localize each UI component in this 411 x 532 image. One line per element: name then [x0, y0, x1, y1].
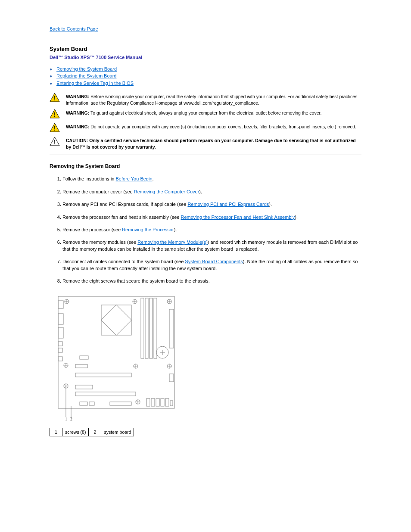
- part-label: system board: [101, 428, 134, 436]
- alert-text: CAUTION: Only a certified service techni…: [66, 137, 361, 150]
- svg-rect-35: [169, 309, 174, 348]
- svg-rect-42: [156, 398, 159, 406]
- svg-rect-40: [146, 398, 150, 406]
- page-title: System Board: [50, 45, 361, 53]
- svg-rect-29: [58, 301, 63, 308]
- svg-text:!: !: [54, 139, 56, 146]
- svg-rect-44: [165, 398, 169, 406]
- svg-rect-20: [145, 298, 148, 358]
- step-item: Remove any PCI and PCI Express cards, if…: [62, 201, 361, 208]
- part-index: 1: [50, 428, 62, 436]
- step-link[interactable]: Removing the Processor Fan and Heat Sink…: [181, 215, 295, 220]
- back-link[interactable]: Back to Contents Page: [50, 26, 361, 32]
- step-item: Follow the instructions in Before You Be…: [62, 176, 361, 182]
- svg-rect-27: [75, 364, 87, 368]
- svg-rect-41: [151, 398, 155, 406]
- svg-rect-21: [149, 298, 153, 358]
- caution-alert: ! CAUTION: Only a certified service tech…: [50, 137, 361, 150]
- svg-rect-36: [169, 374, 174, 382]
- svg-text:!: !: [54, 125, 56, 132]
- part-index: 2: [89, 428, 101, 436]
- svg-rect-24: [75, 373, 131, 377]
- step-item: Remove the processor fan and heat sink a…: [62, 214, 361, 221]
- warning-icon: !: [50, 109, 62, 120]
- svg-rect-19: [141, 298, 144, 358]
- step-item: Remove the memory modules (see Removing …: [62, 239, 361, 252]
- toc-item[interactable]: Removing the System Board: [56, 66, 117, 72]
- warning-alert: ! WARNING: To guard against electrical s…: [50, 109, 361, 120]
- svg-rect-34: [58, 357, 62, 361]
- step-item: Remove the computer cover (see Removing …: [62, 189, 361, 195]
- svg-rect-31: [58, 327, 63, 338]
- part-label: screws (8): [62, 428, 89, 436]
- svg-rect-25: [75, 385, 93, 389]
- step-link[interactable]: Removing the Computer Cover: [134, 189, 199, 194]
- svg-rect-38: [89, 402, 94, 405]
- svg-rect-43: [161, 398, 164, 406]
- svg-rect-17: [101, 305, 131, 335]
- svg-rect-45: [170, 401, 173, 406]
- manual-name: Dell™ Studio XPS™ 7100 Service Manual: [50, 54, 361, 61]
- step-link[interactable]: Before You Begin: [116, 176, 153, 181]
- table-row: 1 screws (8) 2 system board: [50, 428, 134, 436]
- toc-list: Removing the System Board Replacing the …: [50, 66, 361, 87]
- svg-text:!: !: [54, 111, 56, 118]
- caution-icon: !: [50, 137, 62, 148]
- svg-rect-18: [101, 305, 132, 336]
- alert-text: WARNING: Do not operate your computer wi…: [66, 123, 356, 130]
- svg-rect-28: [80, 356, 88, 359]
- warning-alert: ! WARNING: Before working inside your co…: [50, 93, 361, 106]
- step-item: Remove the processor (see Removing the P…: [62, 227, 361, 233]
- section-heading: Removing the System Board: [50, 163, 361, 170]
- svg-rect-33: [58, 348, 62, 352]
- system-board-figure: 1 2: [50, 292, 361, 423]
- step-item: Remove the eight screws that secure the …: [62, 278, 361, 284]
- step-link[interactable]: Removing the Processor: [122, 227, 174, 232]
- divider: [50, 155, 361, 155]
- svg-text:1: 1: [65, 417, 67, 421]
- step-link[interactable]: Removing PCI and PCI Express Cards: [187, 202, 269, 207]
- warning-alert: ! WARNING: Do not operate your computer …: [50, 123, 361, 134]
- toc-item[interactable]: Entering the Service Tag in the BIOS: [56, 81, 134, 86]
- step-item: Disconnect all cables connected to the s…: [62, 258, 361, 272]
- toc-item[interactable]: Replacing the System Board: [56, 73, 116, 78]
- step-link[interactable]: Removing the Memory Module(s): [137, 240, 208, 245]
- svg-rect-37: [80, 402, 87, 405]
- svg-text:!: !: [54, 95, 56, 102]
- svg-rect-30: [58, 314, 63, 324]
- svg-rect-26: [75, 392, 136, 396]
- parts-table: 1 screws (8) 2 system board: [50, 428, 134, 437]
- svg-rect-39: [110, 402, 131, 405]
- alert-text: WARNING: Before working inside your comp…: [66, 93, 361, 106]
- warning-icon: !: [50, 123, 62, 134]
- svg-text:2: 2: [70, 417, 72, 421]
- svg-rect-22: [154, 298, 157, 358]
- svg-rect-32: [58, 342, 62, 346]
- steps-list: Follow the instructions in Before You Be…: [62, 176, 361, 284]
- step-link[interactable]: System Board Components: [185, 259, 243, 264]
- warning-icon: !: [50, 93, 62, 104]
- alert-text: WARNING: To guard against electrical sho…: [66, 109, 321, 116]
